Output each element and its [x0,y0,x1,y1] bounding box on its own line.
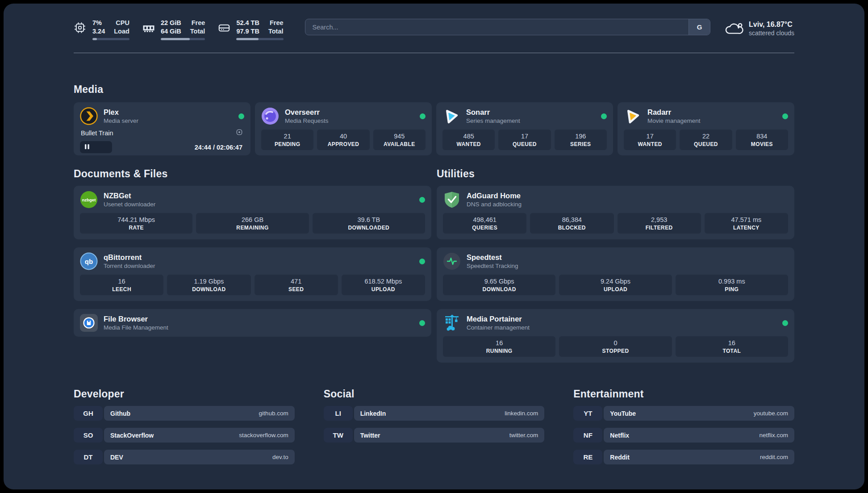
nzbget-card[interactable]: nzbget NZBGet Usenet downloader 744.21 M… [74,186,431,239]
link-youtube[interactable]: YT YouTube youtube.com [573,406,794,421]
link-abbr: LI [324,406,353,421]
cpu-progress-track [92,38,129,40]
session-info-icon[interactable] [235,128,243,138]
link-abbr: DT [74,450,103,464]
stat-label: QUEUED [513,141,537,148]
stat-box: 618.52 Mbps UPLOAD [342,275,425,295]
app-name: Speedtest [467,253,788,262]
stat-value: 0.993 ms [718,277,745,286]
stat-value: 21 [284,132,291,141]
svg-text:nzbget: nzbget [82,197,96,202]
stat-box: 86,384 BLOCKED [530,213,613,234]
stat-box: 40 APPROVED [317,130,369,150]
pause-icon[interactable] [84,143,90,151]
cpu-load-value: 3.24 [92,27,105,36]
overseerr-card[interactable]: Overseerr Media Requests 21 PENDING 40 A… [255,102,432,155]
stat-label: UPLOAD [604,286,627,293]
stat-value: 196 [575,132,586,141]
ram-stat: 22 GiB 64 GiB Free Total [142,19,205,40]
weather-widget: Lviv, 16.87°C scattered clouds [724,19,794,38]
stat-box: 39.6 TB DOWNLOADED [313,213,425,234]
link-name: Github [110,410,130,417]
filebrowser-card[interactable]: File Browser Media File Management [74,309,431,337]
stat-box: 16 LEECH [80,275,163,295]
app-name: Overseerr [285,108,414,117]
link-url: youtube.com [754,410,788,417]
link-netflix[interactable]: NF Netflix netflix.com [573,428,794,443]
adguard-card[interactable]: AdGuard Home DNS and adblocking 498,461 … [437,186,794,239]
qbittorrent-icon: qb [80,252,98,270]
weather-location-temp: Lviv, 16.87°C [749,20,794,29]
link-twitter[interactable]: TW Twitter twitter.com [324,428,545,443]
stat-box: 47.571 ms LATENCY [705,213,788,234]
portainer-card[interactable]: Media Portainer Container management 16 … [437,309,794,363]
stat-box: 21 PENDING [261,130,313,150]
app-name: Plex [104,108,233,117]
stat-value: 0 [613,339,617,347]
status-dot-online [782,113,788,119]
link-name: YouTube [610,410,636,417]
now-playing-title: Bullet Train [81,130,113,137]
link-url: reddit.com [760,454,788,460]
stat-value: 47.571 ms [731,216,762,224]
cloud-icon [724,20,743,38]
plex-card[interactable]: Plex Media server Bullet Train [74,102,250,155]
stat-label: UPLOAD [371,286,395,293]
app-description: Movie management [647,117,776,125]
cpu-stat: 7% 3.24 CPU Load [74,19,129,40]
section-title-developer: Developer [74,388,295,400]
disk-total-value: 97.9 TB [236,27,259,36]
stat-label: DOWNLOADED [348,224,389,231]
stat-box: 17 WANTED [624,130,676,150]
stat-box: 16 TOTAL [676,336,788,357]
portainer-icon [443,314,461,332]
link-url: linkedin.com [505,410,538,417]
link-name: Twitter [360,432,380,439]
stat-box: 196 SERIES [555,130,607,150]
app-description: Media Requests [285,117,414,125]
ram-total-value: 64 GiB [161,27,181,36]
app-name: Radarr [647,108,776,117]
link-abbr: SO [74,428,103,443]
stat-label: LEECH [112,286,131,293]
playback-progress: 24:44 / 02:06:47 [80,141,244,153]
sonarr-card[interactable]: Sonarr Series management 485 WANTED 17 Q… [436,102,613,155]
disk-free-label: Free [268,19,284,27]
app-name: qBittorrent [104,253,413,262]
app-name: File Browser [104,314,413,324]
cpu-icon [74,19,87,37]
stat-box: 485 WANTED [442,130,495,150]
link-github[interactable]: GH Github github.com [74,406,295,421]
app-description: DNS and adblocking [467,201,788,209]
link-stackoverflow[interactable]: SO StackOverflow stackoverflow.com [74,428,295,443]
overseerr-icon [261,107,279,125]
app-description: Media File Management [104,324,413,332]
stat-value: 22 [702,132,709,141]
search-input[interactable] [305,19,689,35]
app-description: Series management [466,117,595,125]
stat-value: 9.24 Gbps [601,277,630,286]
link-dev-to[interactable]: DT DEV dev.to [74,450,295,464]
radarr-icon [624,107,642,125]
link-name: StackOverflow [110,432,154,439]
status-dot-online [782,320,788,326]
radarr-card[interactable]: Radarr Movie management 17 WANTED 22 QUE… [618,102,794,155]
stat-label: QUEUED [694,141,718,148]
link-abbr: YT [573,406,602,421]
status-dot-online [420,113,426,119]
stat-value: 40 [340,132,347,141]
system-stats: 7% 3.24 CPU Load [74,19,284,40]
search-engine-button[interactable]: G [689,19,710,35]
speedtest-card[interactable]: Speedtest Speedtest Tracking 9.65 Gbps D… [437,247,794,301]
stat-label: SERIES [570,141,591,148]
stat-box: 1.19 Gbps DOWNLOAD [167,275,250,295]
stat-label: DOWNLOAD [192,286,225,293]
disk-icon [217,19,231,37]
link-linkedin[interactable]: LI LinkedIn linkedin.com [324,406,545,421]
stat-value: 16 [118,277,125,286]
link-reddit[interactable]: RE Reddit reddit.com [573,450,794,464]
qbittorrent-card[interactable]: qb qBittorrent Torrent downloader 16 LEE… [74,247,431,301]
nzbget-icon: nzbget [80,191,98,209]
stat-value: 471 [291,277,301,286]
stat-box: 945 AVAILABLE [373,130,426,150]
